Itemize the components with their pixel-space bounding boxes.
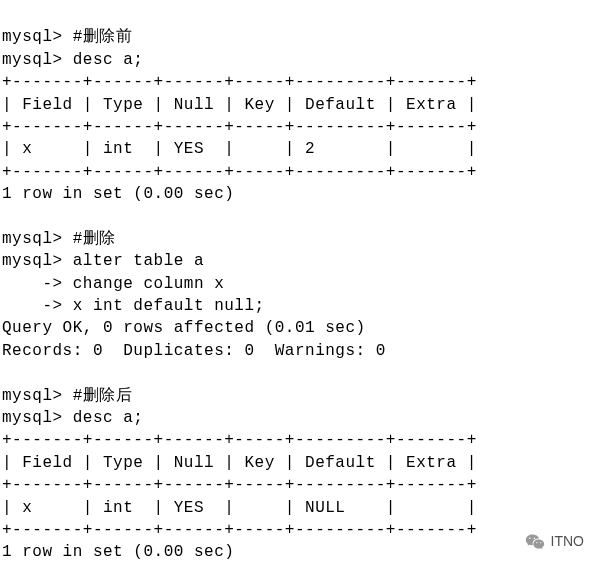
alter-command: alter table a: [73, 252, 204, 270]
alter-command: x int default null;: [73, 297, 265, 315]
comment-before: #删除前: [73, 28, 133, 46]
row-count: 1 row in set (0.00 sec): [2, 185, 234, 203]
continuation-prompt: ->: [2, 297, 63, 315]
table-row: | x | int | YES | | 2 | |: [2, 140, 477, 158]
records-info: Records: 0 Duplicates: 0 Warnings: 0: [2, 342, 386, 360]
table-border: +-------+------+------+-----+---------+-…: [2, 431, 477, 449]
table-border: +-------+------+------+-----+---------+-…: [2, 118, 477, 136]
prompt: mysql>: [2, 409, 63, 427]
row-count: 1 row in set (0.00 sec): [2, 543, 234, 561]
prompt: mysql>: [2, 387, 63, 405]
table-border: +-------+------+------+-----+---------+-…: [2, 521, 477, 539]
table-row: | x | int | YES | | NULL | |: [2, 499, 477, 517]
watermark: ITNO: [525, 532, 584, 552]
alter-command: change column x: [73, 275, 225, 293]
prompt: mysql>: [2, 230, 63, 248]
prompt: mysql>: [2, 28, 63, 46]
watermark-text: ITNO: [551, 532, 584, 552]
comment-after: #删除后: [73, 387, 133, 405]
table-border: +-------+------+------+-----+---------+-…: [2, 73, 477, 91]
table-header: | Field | Type | Null | Key | Default | …: [2, 96, 477, 114]
prompt: mysql>: [2, 252, 63, 270]
table-border: +-------+------+------+-----+---------+-…: [2, 476, 477, 494]
table-border: +-------+------+------+-----+---------+-…: [2, 163, 477, 181]
table-header: | Field | Type | Null | Key | Default | …: [2, 454, 477, 472]
continuation-prompt: ->: [2, 275, 63, 293]
desc-command: desc a;: [73, 51, 144, 69]
prompt: mysql>: [2, 51, 63, 69]
terminal-output: mysql> #删除前 mysql> desc a; +-------+----…: [2, 4, 594, 564]
wechat-icon: [525, 532, 545, 552]
query-ok: Query OK, 0 rows affected (0.01 sec): [2, 319, 366, 337]
comment-delete: #删除: [73, 230, 116, 248]
desc-command: desc a;: [73, 409, 144, 427]
